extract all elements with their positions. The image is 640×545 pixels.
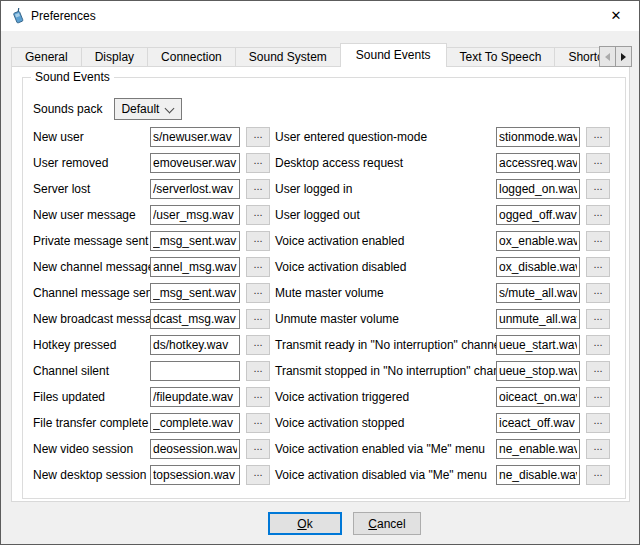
tab-scroll-buttons	[600, 46, 632, 67]
event-label-left: Server lost	[33, 182, 150, 196]
sound-file-input-right[interactable]	[496, 335, 580, 355]
sounds-pack-row: Sounds pack Default	[33, 98, 182, 120]
app-icon	[10, 8, 26, 24]
tab-connection[interactable]: Connection	[147, 47, 236, 67]
ok-button[interactable]: Ok	[268, 512, 342, 535]
browse-button-left[interactable]: ...	[246, 231, 270, 251]
tab-sound-system[interactable]: Sound System	[235, 47, 341, 67]
sound-file-input-right[interactable]	[496, 257, 580, 277]
tab-shortcuts[interactable]: Shortcuts	[554, 47, 599, 67]
sounds-pack-selected-value: Default	[115, 102, 159, 116]
browse-button-left[interactable]: ...	[246, 257, 270, 277]
event-label-left: New video session	[33, 442, 150, 456]
event-label-left: Private message sent	[33, 234, 150, 248]
tab-text-to-speech[interactable]: Text To Speech	[446, 47, 556, 67]
sound-event-row: Channel silent...Transmit stopped in "No…	[33, 358, 610, 384]
browse-button-right[interactable]: ...	[586, 309, 610, 329]
sound-file-input-left[interactable]	[150, 387, 240, 407]
sound-file-input-left[interactable]	[150, 439, 240, 459]
browse-button-left[interactable]: ...	[246, 127, 270, 147]
browse-button-left[interactable]: ...	[246, 283, 270, 303]
browse-button-left[interactable]: ...	[246, 361, 270, 381]
sound-events-tab-page: Sound Events Sounds pack Default New use…	[11, 66, 630, 502]
sound-file-input-left[interactable]	[150, 465, 240, 485]
tab-scroll-left-button[interactable]	[599, 46, 616, 67]
browse-button-right[interactable]: ...	[586, 439, 610, 459]
browse-button-left[interactable]: ...	[246, 205, 270, 225]
sound-file-input-right[interactable]	[496, 361, 580, 381]
browse-button-right[interactable]: ...	[586, 387, 610, 407]
sound-file-input-left[interactable]	[150, 127, 240, 147]
browse-button-left[interactable]: ...	[246, 465, 270, 485]
browse-button-left[interactable]: ...	[246, 439, 270, 459]
browse-button-left[interactable]: ...	[246, 179, 270, 199]
sound-event-row: New channel message...Voice activation d…	[33, 254, 610, 280]
browse-button-left[interactable]: ...	[246, 413, 270, 433]
sound-file-input-left[interactable]	[150, 413, 240, 433]
browse-button-right[interactable]: ...	[586, 205, 610, 225]
event-label-left: File transfer complete	[33, 416, 150, 430]
sound-file-input-left[interactable]	[150, 153, 240, 173]
close-icon: ✕	[611, 9, 622, 22]
sound-file-input-left[interactable]	[150, 309, 240, 329]
sound-file-input-right[interactable]	[496, 231, 580, 251]
tab-display[interactable]: Display	[81, 47, 148, 67]
sound-file-input-right[interactable]	[496, 387, 580, 407]
browse-button-right[interactable]: ...	[586, 335, 610, 355]
browse-button-right[interactable]: ...	[586, 231, 610, 251]
browse-button-right[interactable]: ...	[586, 413, 610, 433]
browse-button-right[interactable]: ...	[586, 179, 610, 199]
event-label-right: Unmute master volume	[275, 312, 496, 326]
browse-button-right[interactable]: ...	[586, 283, 610, 303]
tab-general[interactable]: General	[11, 47, 82, 67]
close-button[interactable]: ✕	[593, 1, 639, 30]
sounds-pack-select[interactable]: Default	[114, 98, 182, 120]
event-label-right: Mute master volume	[275, 286, 496, 300]
chevron-down-icon	[165, 104, 175, 114]
event-label-left: Channel message sent	[33, 286, 150, 300]
sound-file-input-right[interactable]	[496, 127, 580, 147]
browse-button-right[interactable]: ...	[586, 361, 610, 381]
event-label-right: Voice activation triggered	[275, 390, 496, 404]
browse-button-left[interactable]: ...	[246, 335, 270, 355]
event-label-right: Voice activation enabled	[275, 234, 496, 248]
browse-button-right[interactable]: ...	[586, 127, 610, 147]
sound-event-row: File transfer complete...Voice activatio…	[33, 410, 610, 436]
browse-button-left[interactable]: ...	[246, 153, 270, 173]
right-triangle-icon	[621, 53, 626, 61]
sound-file-input-left[interactable]	[150, 179, 240, 199]
browse-button-right[interactable]: ...	[586, 257, 610, 277]
sound-file-input-left[interactable]	[150, 335, 240, 355]
cancel-button[interactable]: Cancel	[353, 512, 421, 535]
browse-button-left[interactable]: ...	[246, 387, 270, 407]
sound-file-input-right[interactable]	[496, 465, 580, 485]
browse-button-right[interactable]: ...	[586, 153, 610, 173]
sound-file-input-right[interactable]	[496, 153, 580, 173]
event-label-right: Transmit ready in "No interruption" chan…	[275, 338, 496, 352]
event-label-left: Files updated	[33, 390, 150, 404]
sound-file-input-left[interactable]	[150, 205, 240, 225]
event-label-right: Voice activation enabled via "Me" menu	[275, 442, 496, 456]
sound-file-input-left[interactable]	[150, 283, 240, 303]
sound-file-input-right[interactable]	[496, 205, 580, 225]
event-label-left: New desktop session	[33, 468, 150, 482]
titlebar: Preferences ✕	[1, 1, 639, 31]
sound-file-input-right[interactable]	[496, 179, 580, 199]
sound-event-row: New user...User entered question-mode...	[33, 124, 610, 150]
tab-sound-events[interactable]: Sound Events	[340, 43, 447, 67]
sound-file-input-right[interactable]	[496, 439, 580, 459]
sound-file-input-left[interactable]	[150, 361, 240, 381]
event-label-left: Hotkey pressed	[33, 338, 150, 352]
sound-events-groupbox: Sound Events Sounds pack Default New use…	[22, 77, 626, 499]
sound-event-row: Channel message sent...Mute master volum…	[33, 280, 610, 306]
sound-file-input-right[interactable]	[496, 413, 580, 433]
left-triangle-icon	[605, 53, 610, 61]
browse-button-right[interactable]: ...	[586, 465, 610, 485]
browse-button-left[interactable]: ...	[246, 309, 270, 329]
event-label-right: Voice activation disabled via "Me" menu	[275, 468, 496, 482]
sound-file-input-right[interactable]	[496, 283, 580, 303]
sound-file-input-left[interactable]	[150, 257, 240, 277]
sound-file-input-left[interactable]	[150, 231, 240, 251]
tab-scroll-right-button[interactable]	[615, 46, 632, 67]
sound-file-input-right[interactable]	[496, 309, 580, 329]
